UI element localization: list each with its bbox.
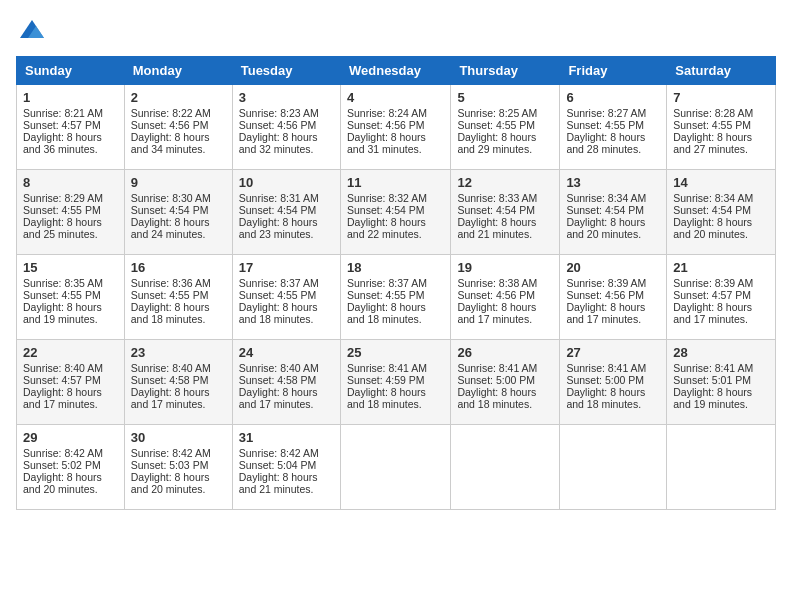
day-number: 18: [347, 260, 444, 275]
calendar-day: 27Sunrise: 8:41 AMSunset: 5:00 PMDayligh…: [560, 340, 667, 425]
calendar-day: 8Sunrise: 8:29 AMSunset: 4:55 PMDaylight…: [17, 170, 125, 255]
day-number: 11: [347, 175, 444, 190]
day-number: 15: [23, 260, 118, 275]
week-row: 29Sunrise: 8:42 AMSunset: 5:02 PMDayligh…: [17, 425, 776, 510]
day-number: 13: [566, 175, 660, 190]
calendar-day: [451, 425, 560, 510]
calendar-day: 26Sunrise: 8:41 AMSunset: 5:00 PMDayligh…: [451, 340, 560, 425]
calendar-day: 23Sunrise: 8:40 AMSunset: 4:58 PMDayligh…: [124, 340, 232, 425]
calendar-day: 19Sunrise: 8:38 AMSunset: 4:56 PMDayligh…: [451, 255, 560, 340]
day-number: 25: [347, 345, 444, 360]
calendar-day: 11Sunrise: 8:32 AMSunset: 4:54 PMDayligh…: [340, 170, 450, 255]
calendar-day: 28Sunrise: 8:41 AMSunset: 5:01 PMDayligh…: [667, 340, 776, 425]
calendar-day: 5Sunrise: 8:25 AMSunset: 4:55 PMDaylight…: [451, 85, 560, 170]
day-number: 19: [457, 260, 553, 275]
day-number: 4: [347, 90, 444, 105]
day-number: 12: [457, 175, 553, 190]
calendar-day: 18Sunrise: 8:37 AMSunset: 4:55 PMDayligh…: [340, 255, 450, 340]
week-row: 15Sunrise: 8:35 AMSunset: 4:55 PMDayligh…: [17, 255, 776, 340]
day-number: 7: [673, 90, 769, 105]
calendar-table: SundayMondayTuesdayWednesdayThursdayFrid…: [16, 56, 776, 510]
day-number: 10: [239, 175, 334, 190]
day-number: 6: [566, 90, 660, 105]
logo: [16, 16, 46, 44]
page-header: [16, 16, 776, 44]
calendar-day: 13Sunrise: 8:34 AMSunset: 4:54 PMDayligh…: [560, 170, 667, 255]
day-number: 20: [566, 260, 660, 275]
calendar-day: 20Sunrise: 8:39 AMSunset: 4:56 PMDayligh…: [560, 255, 667, 340]
day-number: 21: [673, 260, 769, 275]
day-number: 23: [131, 345, 226, 360]
calendar-day: 30Sunrise: 8:42 AMSunset: 5:03 PMDayligh…: [124, 425, 232, 510]
day-number: 9: [131, 175, 226, 190]
day-number: 5: [457, 90, 553, 105]
calendar-day: 16Sunrise: 8:36 AMSunset: 4:55 PMDayligh…: [124, 255, 232, 340]
calendar-day: 4Sunrise: 8:24 AMSunset: 4:56 PMDaylight…: [340, 85, 450, 170]
calendar-day: 31Sunrise: 8:42 AMSunset: 5:04 PMDayligh…: [232, 425, 340, 510]
day-number: 31: [239, 430, 334, 445]
calendar-day: [560, 425, 667, 510]
day-number: 29: [23, 430, 118, 445]
day-number: 24: [239, 345, 334, 360]
calendar-day: 9Sunrise: 8:30 AMSunset: 4:54 PMDaylight…: [124, 170, 232, 255]
calendar-day: 22Sunrise: 8:40 AMSunset: 4:57 PMDayligh…: [17, 340, 125, 425]
weekday-header: Tuesday: [232, 57, 340, 85]
day-number: 2: [131, 90, 226, 105]
calendar-day: 21Sunrise: 8:39 AMSunset: 4:57 PMDayligh…: [667, 255, 776, 340]
calendar-day: 7Sunrise: 8:28 AMSunset: 4:55 PMDaylight…: [667, 85, 776, 170]
calendar-day: 3Sunrise: 8:23 AMSunset: 4:56 PMDaylight…: [232, 85, 340, 170]
day-number: 3: [239, 90, 334, 105]
day-number: 16: [131, 260, 226, 275]
day-number: 1: [23, 90, 118, 105]
calendar-day: [340, 425, 450, 510]
day-number: 26: [457, 345, 553, 360]
day-number: 27: [566, 345, 660, 360]
calendar-day: 2Sunrise: 8:22 AMSunset: 4:56 PMDaylight…: [124, 85, 232, 170]
calendar-day: 12Sunrise: 8:33 AMSunset: 4:54 PMDayligh…: [451, 170, 560, 255]
weekday-header: Wednesday: [340, 57, 450, 85]
calendar-day: 15Sunrise: 8:35 AMSunset: 4:55 PMDayligh…: [17, 255, 125, 340]
weekday-header: Friday: [560, 57, 667, 85]
week-row: 22Sunrise: 8:40 AMSunset: 4:57 PMDayligh…: [17, 340, 776, 425]
day-number: 28: [673, 345, 769, 360]
weekday-header-row: SundayMondayTuesdayWednesdayThursdayFrid…: [17, 57, 776, 85]
weekday-header: Sunday: [17, 57, 125, 85]
week-row: 8Sunrise: 8:29 AMSunset: 4:55 PMDaylight…: [17, 170, 776, 255]
day-number: 22: [23, 345, 118, 360]
calendar-day: 10Sunrise: 8:31 AMSunset: 4:54 PMDayligh…: [232, 170, 340, 255]
calendar-day: 25Sunrise: 8:41 AMSunset: 4:59 PMDayligh…: [340, 340, 450, 425]
week-row: 1Sunrise: 8:21 AMSunset: 4:57 PMDaylight…: [17, 85, 776, 170]
calendar-day: 6Sunrise: 8:27 AMSunset: 4:55 PMDaylight…: [560, 85, 667, 170]
day-number: 8: [23, 175, 118, 190]
weekday-header: Thursday: [451, 57, 560, 85]
weekday-header: Monday: [124, 57, 232, 85]
calendar-day: 1Sunrise: 8:21 AMSunset: 4:57 PMDaylight…: [17, 85, 125, 170]
calendar-day: 14Sunrise: 8:34 AMSunset: 4:54 PMDayligh…: [667, 170, 776, 255]
day-number: 30: [131, 430, 226, 445]
weekday-header: Saturday: [667, 57, 776, 85]
logo-icon: [18, 16, 46, 44]
calendar-day: 24Sunrise: 8:40 AMSunset: 4:58 PMDayligh…: [232, 340, 340, 425]
calendar-day: [667, 425, 776, 510]
day-number: 14: [673, 175, 769, 190]
calendar-day: 29Sunrise: 8:42 AMSunset: 5:02 PMDayligh…: [17, 425, 125, 510]
day-number: 17: [239, 260, 334, 275]
calendar-day: 17Sunrise: 8:37 AMSunset: 4:55 PMDayligh…: [232, 255, 340, 340]
